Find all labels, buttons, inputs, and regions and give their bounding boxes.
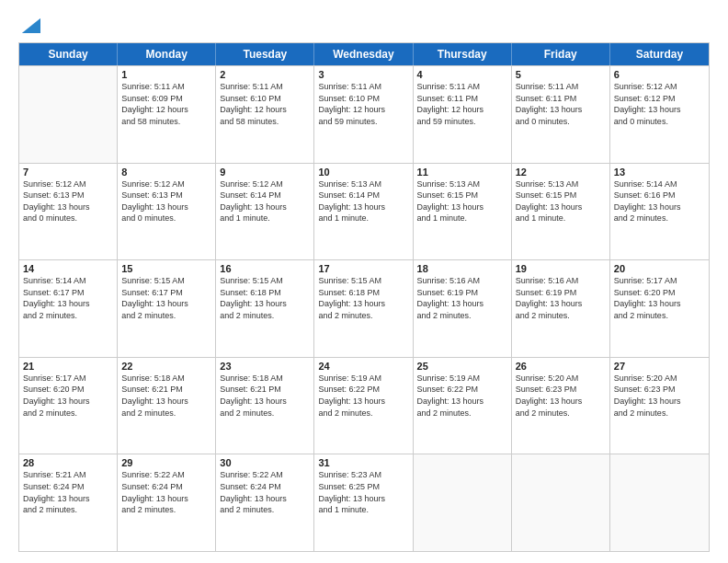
day-number: 7 — [23, 167, 113, 178]
page-header — [18, 17, 710, 33]
calendar-grid: SundayMondayTuesdayWednesdayThursdayFrid… — [18, 42, 710, 552]
header-day-sunday: Sunday — [19, 43, 118, 65]
day-number: 31 — [318, 457, 408, 468]
calendar-cell: 16Sunrise: 5:15 AM Sunset: 6:18 PM Dayli… — [216, 260, 314, 357]
calendar-cell: 8Sunrise: 5:12 AM Sunset: 6:13 PM Daylig… — [118, 164, 216, 260]
day-info: Sunrise: 5:20 AM Sunset: 6:23 PM Dayligh… — [614, 373, 705, 419]
calendar-cell: 3Sunrise: 5:11 AM Sunset: 6:10 PM Daylig… — [314, 66, 413, 163]
calendar-cell: 14Sunrise: 5:14 AM Sunset: 6:17 PM Dayli… — [19, 260, 118, 357]
header-day-monday: Monday — [118, 43, 216, 65]
calendar-cell: 22Sunrise: 5:18 AM Sunset: 6:21 PM Dayli… — [118, 358, 216, 454]
calendar-cell: 2Sunrise: 5:11 AM Sunset: 6:10 PM Daylig… — [216, 66, 314, 163]
calendar-cell — [414, 454, 512, 551]
header-day-saturday: Saturday — [610, 43, 709, 65]
calendar-cell: 4Sunrise: 5:11 AM Sunset: 6:11 PM Daylig… — [414, 66, 512, 163]
calendar-cell: 20Sunrise: 5:17 AM Sunset: 6:20 PM Dayli… — [610, 260, 709, 357]
calendar-cell: 13Sunrise: 5:14 AM Sunset: 6:16 PM Dayli… — [610, 164, 709, 260]
day-number: 28 — [23, 457, 113, 468]
day-number: 1 — [121, 69, 211, 80]
calendar-cell: 17Sunrise: 5:15 AM Sunset: 6:18 PM Dayli… — [314, 260, 413, 357]
day-info: Sunrise: 5:19 AM Sunset: 6:22 PM Dayligh… — [318, 373, 408, 419]
day-number: 14 — [23, 263, 113, 274]
calendar-cell: 9Sunrise: 5:12 AM Sunset: 6:14 PM Daylig… — [216, 164, 314, 260]
day-info: Sunrise: 5:12 AM Sunset: 6:14 PM Dayligh… — [220, 178, 310, 224]
day-number: 15 — [121, 263, 211, 274]
day-info: Sunrise: 5:13 AM Sunset: 6:14 PM Dayligh… — [318, 178, 408, 224]
calendar-cell — [512, 454, 610, 551]
day-number: 4 — [417, 69, 507, 80]
calendar-cell: 7Sunrise: 5:12 AM Sunset: 6:13 PM Daylig… — [19, 164, 118, 260]
day-info: Sunrise: 5:20 AM Sunset: 6:23 PM Dayligh… — [516, 373, 606, 419]
calendar-row-3: 14Sunrise: 5:14 AM Sunset: 6:17 PM Dayli… — [19, 259, 709, 357]
day-number: 9 — [220, 167, 310, 178]
day-info: Sunrise: 5:12 AM Sunset: 6:12 PM Dayligh… — [614, 81, 705, 127]
day-number: 23 — [220, 361, 310, 372]
calendar-cell: 18Sunrise: 5:16 AM Sunset: 6:19 PM Dayli… — [414, 260, 512, 357]
logo-icon — [20, 17, 40, 33]
day-number: 25 — [417, 361, 507, 372]
calendar-row-2: 7Sunrise: 5:12 AM Sunset: 6:13 PM Daylig… — [19, 163, 709, 260]
day-number: 30 — [220, 457, 310, 468]
day-number: 24 — [318, 361, 408, 372]
day-number: 27 — [614, 361, 705, 372]
day-number: 22 — [121, 361, 211, 372]
day-number: 21 — [23, 361, 113, 372]
day-info: Sunrise: 5:17 AM Sunset: 6:20 PM Dayligh… — [614, 275, 705, 321]
calendar-cell: 12Sunrise: 5:13 AM Sunset: 6:15 PM Dayli… — [512, 164, 610, 260]
calendar-cell: 31Sunrise: 5:23 AM Sunset: 6:25 PM Dayli… — [314, 454, 413, 551]
day-number: 19 — [516, 263, 606, 274]
day-info: Sunrise: 5:19 AM Sunset: 6:22 PM Dayligh… — [417, 373, 507, 419]
day-number: 18 — [417, 263, 507, 274]
day-number: 8 — [121, 167, 211, 178]
day-info: Sunrise: 5:13 AM Sunset: 6:15 PM Dayligh… — [417, 178, 507, 224]
day-number: 12 — [516, 167, 606, 178]
day-number: 10 — [318, 167, 408, 178]
day-info: Sunrise: 5:18 AM Sunset: 6:21 PM Dayligh… — [220, 373, 310, 419]
day-info: Sunrise: 5:11 AM Sunset: 6:11 PM Dayligh… — [417, 81, 507, 127]
day-number: 29 — [121, 457, 211, 468]
calendar-cell — [610, 454, 709, 551]
calendar-cell: 26Sunrise: 5:20 AM Sunset: 6:23 PM Dayli… — [512, 358, 610, 454]
calendar-page: SundayMondayTuesdayWednesdayThursdayFrid… — [0, 0, 728, 563]
calendar-cell: 6Sunrise: 5:12 AM Sunset: 6:12 PM Daylig… — [610, 66, 709, 163]
day-info: Sunrise: 5:17 AM Sunset: 6:20 PM Dayligh… — [23, 373, 113, 419]
calendar-cell: 27Sunrise: 5:20 AM Sunset: 6:23 PM Dayli… — [610, 358, 709, 454]
day-info: Sunrise: 5:16 AM Sunset: 6:19 PM Dayligh… — [417, 275, 507, 321]
calendar-cell: 29Sunrise: 5:22 AM Sunset: 6:24 PM Dayli… — [118, 454, 216, 551]
day-info: Sunrise: 5:23 AM Sunset: 6:25 PM Dayligh… — [318, 469, 408, 515]
header-day-friday: Friday — [512, 43, 610, 65]
day-info: Sunrise: 5:12 AM Sunset: 6:13 PM Dayligh… — [23, 178, 113, 224]
day-info: Sunrise: 5:15 AM Sunset: 6:17 PM Dayligh… — [121, 275, 211, 321]
calendar-cell: 10Sunrise: 5:13 AM Sunset: 6:14 PM Dayli… — [314, 164, 413, 260]
calendar-cell: 5Sunrise: 5:11 AM Sunset: 6:11 PM Daylig… — [512, 66, 610, 163]
day-number: 17 — [318, 263, 408, 274]
calendar-cell: 25Sunrise: 5:19 AM Sunset: 6:22 PM Dayli… — [414, 358, 512, 454]
calendar-cell: 1Sunrise: 5:11 AM Sunset: 6:09 PM Daylig… — [118, 66, 216, 163]
day-info: Sunrise: 5:11 AM Sunset: 6:10 PM Dayligh… — [220, 81, 310, 127]
calendar-cell: 30Sunrise: 5:22 AM Sunset: 6:24 PM Dayli… — [216, 454, 314, 551]
day-info: Sunrise: 5:12 AM Sunset: 6:13 PM Dayligh… — [121, 178, 211, 224]
day-info: Sunrise: 5:11 AM Sunset: 6:10 PM Dayligh… — [318, 81, 408, 127]
day-info: Sunrise: 5:14 AM Sunset: 6:17 PM Dayligh… — [23, 275, 113, 321]
day-number: 20 — [614, 263, 705, 274]
day-number: 26 — [516, 361, 606, 372]
calendar-cell: 15Sunrise: 5:15 AM Sunset: 6:17 PM Dayli… — [118, 260, 216, 357]
calendar-row-5: 28Sunrise: 5:21 AM Sunset: 6:24 PM Dayli… — [19, 454, 709, 551]
svg-marker-1 — [22, 18, 40, 33]
day-info: Sunrise: 5:11 AM Sunset: 6:09 PM Dayligh… — [121, 81, 211, 127]
calendar-cell: 19Sunrise: 5:16 AM Sunset: 6:19 PM Dayli… — [512, 260, 610, 357]
calendar-row-4: 21Sunrise: 5:17 AM Sunset: 6:20 PM Dayli… — [19, 357, 709, 454]
day-info: Sunrise: 5:15 AM Sunset: 6:18 PM Dayligh… — [318, 275, 408, 321]
logo — [18, 17, 40, 33]
day-info: Sunrise: 5:18 AM Sunset: 6:21 PM Dayligh… — [121, 373, 211, 419]
header-day-tuesday: Tuesday — [216, 43, 314, 65]
calendar-cell: 21Sunrise: 5:17 AM Sunset: 6:20 PM Dayli… — [19, 358, 118, 454]
day-info: Sunrise: 5:14 AM Sunset: 6:16 PM Dayligh… — [614, 178, 705, 224]
day-info: Sunrise: 5:21 AM Sunset: 6:24 PM Dayligh… — [23, 469, 113, 515]
calendar-row-1: 1Sunrise: 5:11 AM Sunset: 6:09 PM Daylig… — [19, 65, 709, 163]
header-day-thursday: Thursday — [414, 43, 512, 65]
day-number: 16 — [220, 263, 310, 274]
calendar-cell: 11Sunrise: 5:13 AM Sunset: 6:15 PM Dayli… — [414, 164, 512, 260]
day-info: Sunrise: 5:16 AM Sunset: 6:19 PM Dayligh… — [516, 275, 606, 321]
header-day-wednesday: Wednesday — [314, 43, 413, 65]
